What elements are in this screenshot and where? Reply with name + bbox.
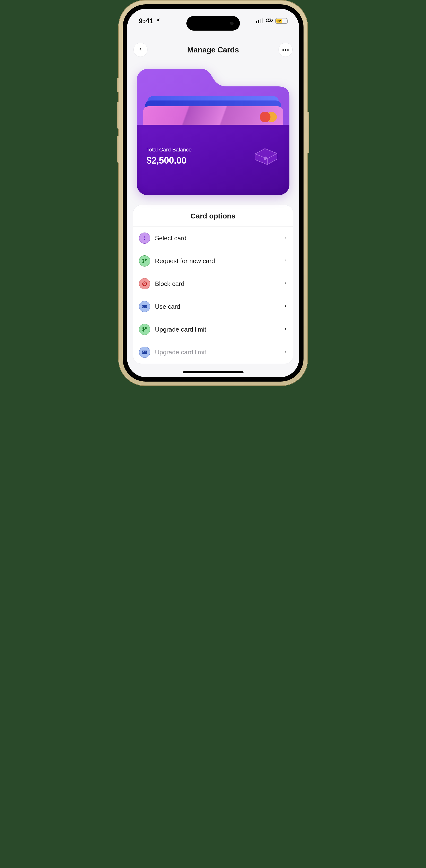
svg-point-4 — [287, 49, 289, 51]
svg-point-3 — [285, 49, 286, 51]
option-row[interactable]: Block card — [133, 272, 293, 295]
battery-icon: 32 — [275, 18, 287, 24]
link-icon — [265, 18, 273, 24]
card-options-panel: Card options Select cardRequest for new … — [133, 205, 293, 364]
svg-point-10 — [143, 306, 144, 306]
mastercard-icon — [260, 112, 277, 122]
svg-point-12 — [145, 306, 146, 306]
power-button — [307, 112, 309, 153]
chevron-right-icon — [284, 282, 287, 286]
option-label: Request for new card — [155, 257, 279, 265]
option-row[interactable]: Upgrade card limit — [133, 341, 293, 364]
svg-point-20 — [145, 353, 146, 353]
chevron-right-icon — [284, 259, 287, 263]
chevron-right-icon — [284, 327, 287, 332]
chevron-right-icon — [284, 350, 287, 354]
option-row[interactable]: Upgrade card limit — [133, 318, 293, 341]
wallet-icon — [252, 139, 281, 168]
volume-down-button — [117, 136, 119, 163]
option-row[interactable]: Select card — [133, 227, 293, 250]
silent-switch — [117, 78, 119, 92]
battery-level: 32 — [278, 19, 281, 23]
option-label: Upgrade card limit — [155, 348, 279, 356]
ellipsis-icon — [282, 48, 289, 52]
option-row[interactable]: Use card — [133, 295, 293, 318]
option-label: Use card — [155, 303, 279, 310]
option-label: Block card — [155, 280, 279, 288]
nav-bar: Manage Cards — [127, 35, 299, 62]
sort-icon — [139, 232, 150, 244]
ticket-icon — [139, 301, 150, 312]
branch-icon — [139, 255, 150, 267]
status-time: 9:41 — [139, 17, 154, 25]
wallet-card[interactable]: Total Card Balance $2,500.00 — [137, 69, 289, 195]
branch-icon — [139, 324, 150, 335]
more-button[interactable] — [279, 43, 292, 57]
chevron-right-icon — [284, 304, 287, 309]
volume-up-button — [117, 102, 119, 129]
svg-point-19 — [145, 351, 146, 352]
folder-front: Total Card Balance $2,500.00 — [137, 125, 289, 195]
back-button[interactable] — [134, 43, 147, 57]
dynamic-island — [187, 16, 240, 31]
option-row[interactable]: Request for new card — [133, 250, 293, 272]
ticket-icon — [139, 347, 150, 358]
svg-point-2 — [282, 49, 284, 51]
cellular-icon — [256, 19, 263, 23]
svg-point-18 — [143, 353, 144, 353]
chevron-right-icon — [284, 236, 287, 240]
block-icon — [139, 278, 150, 289]
svg-point-13 — [145, 307, 146, 308]
options-title: Card options — [133, 205, 293, 227]
page-title: Manage Cards — [187, 45, 239, 54]
option-label: Upgrade card limit — [155, 326, 279, 333]
svg-line-9 — [143, 282, 146, 285]
svg-point-11 — [143, 307, 144, 308]
svg-point-17 — [143, 351, 144, 352]
location-icon — [155, 18, 160, 24]
chevron-left-icon — [138, 47, 143, 53]
phone-frame: 9:41 32 — [118, 0, 308, 386]
screen: 9:41 32 — [127, 9, 299, 377]
option-label: Select card — [155, 235, 279, 242]
home-indicator[interactable] — [183, 371, 244, 373]
